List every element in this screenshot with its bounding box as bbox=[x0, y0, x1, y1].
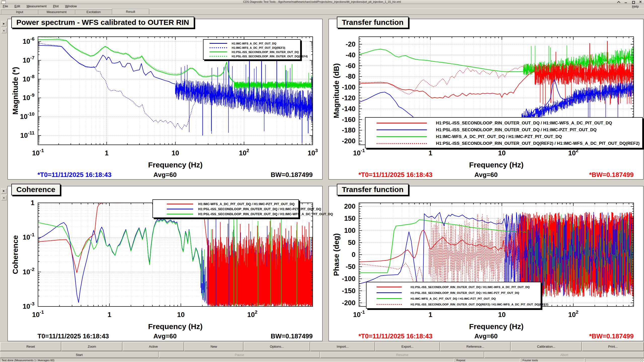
svg-text:10-10: 10-10 bbox=[20, 111, 34, 120]
legend-entry: H1:PSL-ISS_SECONDLOOP_RIN_OUTER_OUT_DQ(R… bbox=[367, 301, 541, 307]
legend-line-sample bbox=[377, 129, 427, 130]
svg-text:-100: -100 bbox=[342, 275, 355, 283]
svg-text:10: 10 bbox=[498, 311, 506, 319]
legend-line-sample bbox=[167, 209, 193, 209]
tab-excitation[interactable]: Excitation bbox=[75, 10, 112, 14]
legend-line-sample bbox=[377, 304, 402, 305]
plot-title: Coherence bbox=[11, 184, 60, 195]
plot-toolbar: Reset Zoom Active New Options... Import.… bbox=[0, 342, 644, 351]
svg-text:10-1: 10-1 bbox=[353, 148, 365, 157]
legend-entry: H1:PSL-ISS_SECONDLOOP_RIN_OUTER_OUT_DQ /… bbox=[367, 290, 541, 296]
export-button[interactable]: Export... bbox=[375, 342, 440, 351]
plot-canvas-transfer-phase[interactable]: 10-1110102200150100500-50-100-150-200Fre… bbox=[329, 186, 643, 341]
svg-text:150: 150 bbox=[344, 215, 355, 222]
legend-line-sample bbox=[377, 143, 427, 144]
resize-grip-icon[interactable] bbox=[640, 359, 644, 362]
active-button[interactable]: Active bbox=[123, 342, 184, 351]
menu-file[interactable]: File bbox=[0, 4, 11, 8]
svg-text:Phase (deg): Phase (deg) bbox=[332, 233, 340, 276]
svg-text:10-1: 10-1 bbox=[353, 309, 365, 319]
measurement-controls: Start Pause Resume Abort bbox=[0, 352, 644, 358]
menu-edit[interactable]: Edit bbox=[12, 4, 23, 8]
legend-line-sample bbox=[210, 52, 227, 52]
calibration-button[interactable]: Calibration... bbox=[511, 342, 582, 351]
legend-label: H1:PSL-ISS_SECONDLOOP_RIN_OUTER_OUT_DQ(R… bbox=[436, 141, 640, 146]
menu-measurement[interactable]: Measurement bbox=[24, 4, 50, 8]
pause-button[interactable]: Pause bbox=[159, 352, 320, 358]
legend-line-sample bbox=[377, 298, 402, 299]
legend-entry: H1:IMC-WFS_A_DC_PIT_OUT_DQ / H1:IMC-PZT_… bbox=[367, 296, 541, 301]
plot-panel-coherence: 10-1110102110-110-210-3Frequency (Hz)Coh… bbox=[8, 186, 323, 341]
window-title: CDS Diagnostic Test Tools - /ligo/home/m… bbox=[243, 0, 401, 3]
svg-text:10-8: 10-8 bbox=[23, 74, 34, 83]
svg-text:Frequency (Hz): Frequency (Hz) bbox=[469, 322, 524, 331]
legend-label: H1:PSL-ISS_SECONDLOOP_RIN_OUTER_OUT_DQ bbox=[232, 51, 299, 54]
tab-input[interactable]: Input bbox=[1, 10, 38, 14]
shade-icon[interactable] bbox=[617, 1, 620, 4]
panel-up-icon[interactable]: ▲ bbox=[1, 28, 7, 33]
plot-legend: H1:PSL-ISS_SECONDLOOP_RIN_OUTER_OUT_DQ /… bbox=[365, 117, 643, 148]
tab-result[interactable]: Result bbox=[112, 9, 149, 14]
svg-text:-200: -200 bbox=[342, 299, 355, 307]
menu-window[interactable]: Window bbox=[62, 4, 79, 8]
maximize-icon[interactable] bbox=[632, 1, 635, 4]
svg-text:10-1: 10-1 bbox=[32, 148, 44, 157]
legend-entry: H1:PSL-ISS_SECONDLOOP_RIN_OUTER_OUT_DQ /… bbox=[366, 126, 642, 133]
legend-label: H1:PSL-ISS_SECONDLOOP_RIN_OUTER_OUT_DQ /… bbox=[198, 212, 333, 216]
svg-text:-140: -140 bbox=[342, 105, 355, 113]
legend-line-sample bbox=[210, 43, 227, 44]
legend-label: H1:IMC-WFS_A_DC_PIT_OUT_DQ / H1:IMC-PZT_… bbox=[411, 297, 496, 300]
import-button[interactable]: Import... bbox=[310, 342, 375, 351]
status-bar: Test done (Measurements 1 / Averages 60)… bbox=[0, 358, 644, 362]
abort-button[interactable]: Abort bbox=[485, 352, 644, 358]
svg-text:-40: -40 bbox=[346, 51, 355, 59]
menu-plot[interactable]: Plot bbox=[50, 4, 61, 8]
titlebar[interactable]: CDS Diagnostic Test Tools - /ligo/home/m… bbox=[0, 0, 644, 4]
tab-measurement[interactable]: Measurement bbox=[38, 10, 75, 14]
svg-text:Frequency (Hz): Frequency (Hz) bbox=[469, 161, 524, 169]
plot-panel-transfer-magnitude: 10-1110102-20-40-60-80-100-120-140-160-1… bbox=[329, 19, 643, 179]
svg-text:103: 103 bbox=[308, 148, 318, 157]
resume-button[interactable]: Resume bbox=[320, 352, 484, 358]
legend-label: H1:IMC-WFS_A_DC_PIT_OUT_DQ bbox=[232, 42, 276, 45]
status-message: Test done (Measurements 1 / Averages 60) bbox=[0, 358, 454, 362]
legend-label: H1:IMC-WFS_A_DC_PIT_OUT_DQ / H1:IMC-PZT_… bbox=[436, 134, 562, 139]
menubar: File Edit Measurement Plot Window Help bbox=[0, 4, 644, 9]
status-empty bbox=[585, 358, 644, 362]
svg-text:1: 1 bbox=[428, 149, 432, 157]
legend-label: H1:PSL-ISS_SECONDLOOP_RIN_OUTER_OUT_DQ(R… bbox=[411, 303, 548, 306]
reset-button[interactable]: Reset bbox=[0, 342, 61, 351]
svg-text:100: 100 bbox=[344, 227, 355, 234]
plot-footer: T0=11/11/2025 16:18:43 Avg=60 BW=0.18749… bbox=[8, 332, 322, 340]
menu-help[interactable]: Help bbox=[629, 4, 641, 9]
reference-button[interactable]: Reference... bbox=[440, 342, 511, 351]
panel-next-icon[interactable]: ▶ bbox=[1, 188, 7, 194]
legend-entry: H1:PSL-ISS_SECONDLOOP_RIN_OUTER_OUT_DQ /… bbox=[366, 120, 642, 126]
plot-canvas-transfer-magnitude[interactable]: 10-1110102-20-40-60-80-100-120-140-160-1… bbox=[329, 19, 643, 179]
svg-text:-150: -150 bbox=[342, 287, 355, 295]
plot-panel-transfer-phase: 10-1110102200150100500-50-100-150-200Fre… bbox=[329, 186, 643, 341]
close-icon[interactable]: ✕ bbox=[639, 1, 642, 4]
zoom-button[interactable]: Zoom bbox=[61, 342, 123, 351]
footer-bw: BW=0.187499 bbox=[271, 332, 313, 340]
legend-line-sample bbox=[377, 123, 427, 123]
svg-text:10-7: 10-7 bbox=[23, 55, 34, 64]
minimize-icon[interactable] bbox=[624, 1, 627, 4]
status-repeat: Repeat bbox=[455, 358, 520, 362]
panel-up-icon[interactable]: ▲ bbox=[1, 195, 7, 200]
legend-line-sample bbox=[167, 204, 193, 204]
panel-next-icon[interactable]: ▶ bbox=[1, 21, 7, 26]
svg-text:-120: -120 bbox=[342, 94, 355, 102]
svg-text:10-9: 10-9 bbox=[23, 93, 34, 102]
options-button[interactable]: Options... bbox=[244, 342, 310, 351]
svg-text:Frequency (Hz): Frequency (Hz) bbox=[148, 322, 203, 331]
legend-line-sample bbox=[167, 214, 193, 214]
legend-label: H1:IMC-WFS_A_DC_PIT_OUT_DQ(REF3) bbox=[232, 46, 285, 49]
legend-entry: H1:PSL-ISS_SECONDLOOP_RIN_OUTER_OUT_DQ(R… bbox=[366, 140, 642, 147]
svg-text:10-1: 10-1 bbox=[23, 232, 34, 241]
footer-bw: *BW=0.187499 bbox=[589, 171, 634, 179]
svg-text:102: 102 bbox=[568, 148, 579, 157]
start-button[interactable]: Start bbox=[0, 352, 158, 358]
print-button[interactable]: Print... bbox=[582, 342, 644, 351]
new-button[interactable]: New bbox=[184, 342, 244, 351]
